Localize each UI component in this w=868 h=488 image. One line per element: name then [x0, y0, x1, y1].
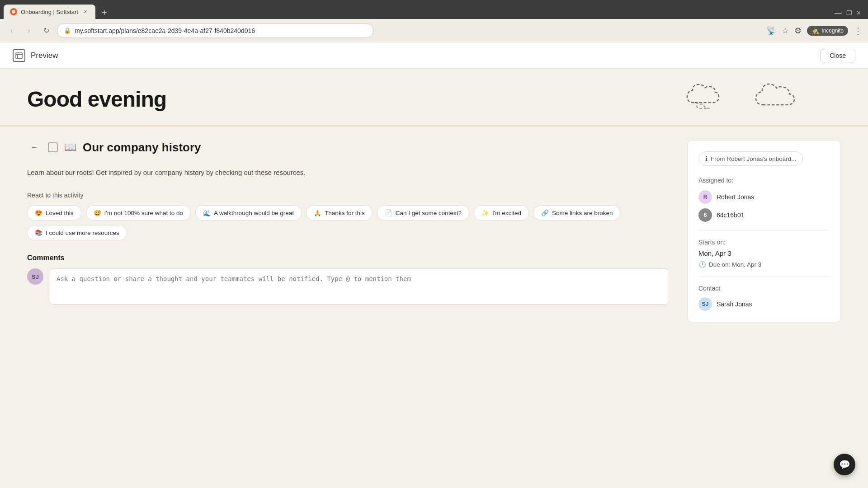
contact-row: SJ Sarah Jonas [698, 297, 830, 311]
assignee-name-2: 64c16b01 [717, 211, 745, 219]
excited-emoji: ✨ [481, 209, 489, 216]
tab-favicon [10, 8, 17, 15]
extensions-icon[interactable]: ⚙ [794, 26, 802, 36]
comment-area: SJ [27, 268, 669, 305]
svg-rect-1 [16, 53, 22, 58]
preview-label: Preview [31, 51, 58, 60]
lock-icon: 🔒 [64, 27, 71, 34]
reaction-more-resources[interactable]: 📚 I could use more resources [27, 225, 127, 240]
incognito-btn[interactable]: 🕵 Incognito [807, 26, 848, 36]
comments-label: Comments [27, 254, 669, 262]
from-label: ℹ From Robert Jonas's onboard... [698, 151, 803, 166]
reaction-not-sure[interactable]: 😅 I'm not 100% sure what to do [86, 205, 191, 221]
book-icon: 📖 [64, 141, 76, 153]
starts-date: Mon, Apr 3 [698, 249, 830, 257]
reaction-broken-links[interactable]: 🔗 Some links are broken [533, 205, 620, 221]
app-header: Preview Close [0, 42, 868, 69]
tab-title: Onboarding | Softstart [21, 9, 78, 15]
cloud-decoration [683, 78, 814, 116]
task-checkbox[interactable] [48, 142, 58, 152]
walkthrough-emoji: 🌊 [203, 209, 211, 216]
info-icon: ℹ [705, 155, 708, 162]
reaction-excited[interactable]: ✨ I'm excited [474, 205, 529, 221]
svg-point-0 [12, 10, 15, 14]
starts-section: Starts on: Mon, Apr 3 🕐 Due on: Mon, Apr… [698, 239, 830, 268]
side-panel-inner: ℹ From Robert Jonas's onboard... Assigne… [687, 140, 841, 322]
nav-actions: 📡 ☆ ⚙ 🕵 Incognito ⋮ [766, 25, 863, 36]
url-text: my.softstart.app/plans/e82cae2a-2d39-4e4… [75, 27, 255, 34]
comments-section: Comments SJ [27, 254, 669, 305]
bookmark-icon[interactable]: ☆ [782, 26, 789, 36]
window-minimize-btn[interactable]: — [835, 9, 842, 17]
divider-1 [698, 230, 830, 230]
commenter-avatar: SJ [27, 268, 43, 285]
divider-2 [698, 276, 830, 277]
reactions-grid: 😍 Loved this 😅 I'm not 100% sure what to… [27, 205, 669, 240]
due-date: Due on: Mon, Apr 3 [709, 261, 761, 268]
chat-icon: 💬 [839, 459, 850, 470]
assignee-avatar-r: R [698, 190, 712, 204]
main-panel: ← 📖 Our company history Learn about our … [27, 140, 669, 322]
more-options-icon[interactable]: ⋮ [854, 25, 863, 36]
assigned-label: Assigned to: [698, 177, 830, 184]
assignee-row-2: 6 64c16b01 [698, 208, 830, 222]
chat-bubble-btn[interactable]: 💬 [834, 454, 855, 475]
reactions-section: React to this activity 😍 Loved this 😅 I'… [27, 192, 669, 240]
cloud-icon-1 [683, 78, 737, 114]
clock-icon: 🕐 [698, 261, 706, 268]
main-area: Good evening ← 📖 Our company history [0, 69, 868, 488]
reactions-label: React to this activity [27, 192, 669, 199]
thanks-emoji: 🙏 [314, 209, 321, 216]
due-row: 🕐 Due on: Mon, Apr 3 [698, 261, 830, 268]
assignee-row-1: R Robert Jonas [698, 190, 830, 204]
window-close-btn[interactable]: × [857, 9, 861, 17]
context-emoji: 📄 [385, 209, 392, 216]
nav-back-btn[interactable]: ‹ [5, 24, 18, 37]
contact-name: Sarah Jonas [717, 300, 752, 308]
address-bar[interactable]: 🔒 my.softstart.app/plans/e82cae2a-2d39-4… [57, 23, 373, 38]
reaction-context[interactable]: 📄 Can I get some context? [377, 205, 469, 221]
close-button[interactable]: Close [820, 49, 855, 62]
comment-input[interactable] [49, 268, 669, 305]
assigned-section: Assigned to: R Robert Jonas 6 64c16b01 [698, 177, 830, 222]
nav-forward-btn[interactable]: › [23, 24, 35, 37]
reaction-loved-this[interactable]: 😍 Loved this [27, 205, 81, 221]
assignee-avatar-6: 6 [698, 208, 712, 222]
task-header: ← 📖 Our company history [27, 140, 669, 155]
task-description: Learn about our roots! Get inspired by o… [27, 167, 669, 178]
task-title: Our company history [83, 141, 201, 155]
contact-section: Contact SJ Sarah Jonas [698, 285, 830, 311]
assignee-name-1: Robert Jonas [717, 193, 754, 201]
cloud-icon-2 [750, 78, 814, 116]
greeting-banner: Good evening [0, 69, 868, 127]
reaction-walkthrough[interactable]: 🌊 A walkthrough would be great [195, 205, 302, 221]
window-restore-btn[interactable]: ❐ [846, 9, 852, 17]
contact-avatar: SJ [698, 297, 712, 311]
back-button[interactable]: ← [27, 140, 42, 155]
resources-emoji: 📚 [35, 229, 42, 236]
nav-refresh-btn[interactable]: ↻ [40, 24, 52, 37]
side-panel: ℹ From Robert Jonas's onboard... Assigne… [687, 140, 841, 322]
contact-label: Contact [698, 285, 830, 292]
browser-tab[interactable]: Onboarding | Softstart × [4, 5, 95, 19]
incognito-icon: 🕵 [811, 27, 819, 34]
tab-close-btn[interactable]: × [82, 8, 89, 15]
content-wrapper: ← 📖 Our company history Learn about our … [0, 127, 868, 336]
broken-links-emoji: 🔗 [541, 209, 549, 216]
loved-emoji: 😍 [35, 209, 42, 216]
reaction-thanks[interactable]: 🙏 Thanks for this [306, 205, 373, 221]
cast-icon[interactable]: 📡 [766, 26, 776, 36]
new-tab-btn[interactable]: + [98, 6, 111, 19]
not-sure-emoji: 😅 [94, 209, 101, 216]
preview-icon [13, 49, 25, 62]
starts-label: Starts on: [698, 239, 830, 246]
